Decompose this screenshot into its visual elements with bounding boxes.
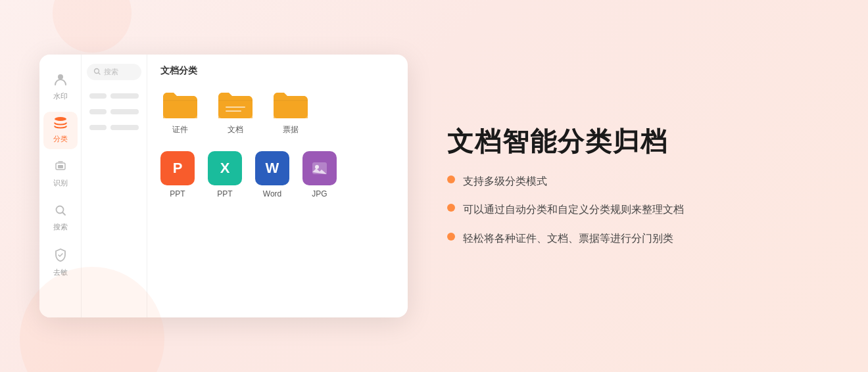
watermark-icon: [54, 73, 67, 89]
bullet-dot-1: [447, 175, 455, 183]
search-nav-icon: [54, 204, 67, 220]
bullet-dot-3: [447, 233, 455, 241]
feature-item-2: 可以通过自动分类和自定义分类规则来整理文档: [447, 201, 829, 218]
svg-line-7: [99, 72, 101, 74]
file-icon-ppt-orange: P: [160, 151, 195, 185]
app-mockup: 水印 分类: [39, 55, 408, 317]
main-panel: 文档分类 证件: [147, 55, 408, 317]
list-bar: [110, 109, 139, 114]
folder-item-receipt[interactable]: 票据: [271, 87, 310, 135]
search-icon: [93, 68, 101, 77]
sidebar-list: 搜索: [82, 55, 147, 317]
file-icon-jpg: [302, 151, 337, 185]
sidebar-item-ocr[interactable]: 识别: [43, 154, 78, 193]
bg-decoration-circle2: [53, 0, 132, 53]
folder-item-certificate[interactable]: 证件: [160, 87, 200, 135]
watermark-label: 水印: [53, 91, 68, 101]
svg-point-14: [315, 165, 319, 169]
folder-item-document[interactable]: 文档: [216, 87, 255, 135]
classify-label: 分类: [53, 134, 68, 144]
folder-icon-certificate: [160, 87, 200, 120]
sidebar-item-classify[interactable]: 分类: [43, 112, 78, 149]
excel-letter: X: [220, 160, 230, 177]
privacy-label: 去敏: [53, 267, 68, 277]
classify-icon: [53, 117, 68, 132]
feature-title: 文档智能分类归档: [447, 126, 829, 157]
list-bar: [110, 125, 139, 130]
main-container: 水印 分类: [39, 55, 829, 317]
feature-text-2: 可以通过自动分类和自定义分类规则来整理文档: [463, 201, 684, 218]
sidebar-item-search[interactable]: 搜索: [43, 198, 78, 237]
file-grid: P PPT X PPT W Word: [160, 151, 395, 198]
svg-rect-3: [58, 165, 63, 168]
folder-icon-document: [216, 87, 255, 120]
file-item-ppt1[interactable]: P PPT: [160, 151, 195, 198]
feature-item-3: 轻松将各种证件、文档、票据等进行分门别类: [447, 230, 829, 247]
list-bar: [89, 93, 107, 99]
file-label-ppt1: PPT: [170, 189, 185, 198]
sidebar-nav: 水印 分类: [39, 55, 82, 317]
svg-point-0: [58, 74, 63, 80]
file-icon-ppt-teal: X: [208, 151, 242, 185]
ppt-letter: P: [173, 160, 183, 177]
file-label-jpg: JPG: [312, 189, 327, 198]
ocr-icon: [54, 160, 67, 176]
search-nav-label: 搜索: [53, 222, 68, 232]
search-bar[interactable]: 搜索: [87, 64, 141, 80]
section-title: 文档分类: [160, 65, 395, 77]
svg-point-1: [55, 117, 66, 121]
feature-item-1: 支持多级分类模式: [447, 173, 829, 190]
folder-label-document: 文档: [228, 124, 243, 135]
folder-grid: 证件 文档: [160, 87, 395, 135]
feature-list: 支持多级分类模式 可以通过自动分类和自定义分类规则来整理文档 轻松将各种证件、文…: [447, 173, 829, 247]
feature-section: 文档智能分类归档 支持多级分类模式 可以通过自动分类和自定义分类规则来整理文档 …: [447, 126, 829, 247]
file-label-ppt2: PPT: [217, 189, 232, 198]
feature-text-3: 轻松将各种证件、文档、票据等进行分门别类: [463, 230, 673, 247]
feature-text-1: 支持多级分类模式: [463, 173, 547, 190]
file-item-word[interactable]: W Word: [255, 151, 289, 198]
list-item: [82, 121, 147, 134]
list-bar: [89, 125, 107, 130]
sidebar-item-watermark[interactable]: 水印: [43, 68, 78, 106]
folder-label-receipt: 票据: [283, 124, 299, 135]
list-bar: [110, 93, 139, 99]
file-item-jpg[interactable]: JPG: [302, 151, 337, 198]
list-item: [82, 105, 147, 118]
shield-icon: [54, 248, 67, 266]
folder-icon-receipt: [271, 87, 310, 120]
file-icon-word: W: [255, 151, 289, 185]
list-bar: [89, 109, 107, 114]
sidebar-item-privacy[interactable]: 去敏: [43, 243, 78, 283]
file-label-word: Word: [263, 189, 281, 198]
bullet-dot-2: [447, 204, 455, 212]
search-text: 搜索: [104, 67, 118, 77]
svg-rect-12: [274, 101, 308, 118]
list-item: [82, 89, 147, 103]
word-letter: W: [266, 160, 279, 177]
folder-label-certificate: 证件: [172, 124, 188, 135]
ocr-label: 识别: [53, 178, 68, 188]
file-item-ppt2[interactable]: X PPT: [208, 151, 242, 198]
svg-rect-8: [163, 101, 197, 118]
svg-rect-9: [218, 101, 253, 118]
svg-point-4: [56, 206, 63, 214]
svg-line-5: [62, 213, 65, 216]
